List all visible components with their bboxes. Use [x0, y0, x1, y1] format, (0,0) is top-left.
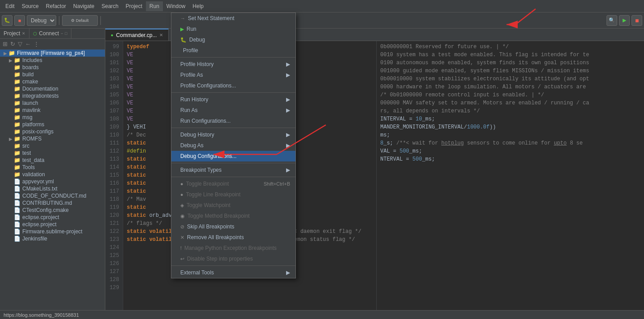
menu-profile-as[interactable]: Profile As ▶	[171, 70, 295, 80]
menu-source[interactable]: Source	[18, 1, 42, 11]
tree-item-test-data[interactable]: ▶ 📁 test_data	[0, 157, 105, 164]
menu-toggle-breakpoint[interactable]: ● Toggle Breakpoint Shift+Ctrl+B	[171, 178, 295, 189]
project-tree: ▶ 📁 Firmware [Firmware sg_px4] ▶ 📁 Inclu…	[0, 50, 105, 319]
menu-run-configurations[interactable]: Run Configurations...	[171, 116, 295, 126]
menu-skip-all-breakpoints[interactable]: ⊘ Skip All Breakpoints	[171, 221, 295, 232]
menu-debug-configurations[interactable]: Debug Configurations...	[171, 151, 295, 162]
tree-item-platforms[interactable]: ▶ 📁 platforms	[0, 121, 105, 128]
tree-item-romfs[interactable]: ▶ 📁 ROMFS	[0, 135, 105, 142]
tree-item-src[interactable]: ▶ 📁 src	[0, 142, 105, 149]
tree-item-appveyor[interactable]: ▶ 📄 appveyor.yml	[0, 178, 105, 185]
tree-item-validation[interactable]: ▶ 📁 validation	[0, 171, 105, 178]
submenu-arrow-icon: ▶	[286, 61, 290, 67]
tree-item-posix-configs[interactable]: ▶ 📁 posix-configs	[0, 128, 105, 135]
folder-icon: 📁	[14, 79, 21, 85]
menu-toggle-line-breakpoint[interactable]: ● Toggle Line Breakpoint	[171, 189, 295, 200]
breakpoint-dot-icon: ●	[180, 181, 183, 186]
menu-run-item[interactable]: ▶ Run	[171, 24, 295, 34]
tree-item-label: build	[22, 71, 33, 78]
menu-set-next-statement[interactable]: → Set Next Statement	[171, 13, 295, 24]
sync-btn[interactable]: ↻	[9, 40, 16, 48]
menu-run[interactable]: Run	[146, 1, 163, 11]
tree-item-cmakelists[interactable]: ▶ 📄 CMakeLists.txt	[0, 185, 105, 192]
step-icon: ↩	[180, 256, 184, 262]
tree-item-code-of-conduct[interactable]: ▶ 📄 CODE_OF_CONDUCT.md	[0, 192, 105, 199]
toolbar-stop2-btn[interactable]: ⏹	[632, 15, 642, 26]
tree-item-documentation[interactable]: ▶ 📁 Documentation	[0, 85, 105, 92]
connect-tab-label: Connect	[39, 30, 59, 37]
connect-tab[interactable]: ⬡ Connect − □	[29, 29, 71, 38]
tree-item-boards[interactable]: ▶ 📁 boards	[0, 64, 105, 71]
tree-item-msg[interactable]: ▶ 📁 msg	[0, 114, 105, 121]
tree-item-includes[interactable]: ▶ 📁 Includes	[0, 57, 105, 64]
menu-navigate[interactable]: Navigate	[70, 1, 98, 11]
file-icon: 📄	[14, 186, 21, 192]
collapse-all-btn[interactable]: ⊞	[2, 40, 8, 48]
back-btn[interactable]: ←	[24, 40, 32, 48]
folder-icon: 📁	[14, 100, 21, 106]
file-icon: 📄	[14, 193, 21, 199]
more-btn[interactable]: ⋮	[33, 40, 40, 48]
menu-debug-history[interactable]: Debug History ▶	[171, 129, 295, 140]
tree-item-test[interactable]: ▶ 📁 test	[0, 149, 105, 157]
menu-sep-4	[171, 163, 295, 163]
menu-refactor[interactable]: Refactor	[42, 1, 70, 11]
menu-profile-configurations[interactable]: Profile Configurations...	[171, 80, 295, 91]
menu-toggle-watchpoint[interactable]: ◈ Toggle Watchpoint	[171, 200, 295, 211]
menu-remove-all-breakpoints[interactable]: ✕ Remove All Breakpoints	[171, 232, 295, 243]
menu-external-tools[interactable]: External Tools ▶	[171, 267, 295, 278]
connect-maximize-icon[interactable]: □	[65, 31, 67, 36]
menu-run-as[interactable]: Run As ▶	[171, 105, 295, 116]
menu-debug-as[interactable]: Debug As ▶	[171, 140, 295, 151]
tree-item-cmake[interactable]: ▶ 📁 cmake	[0, 78, 105, 85]
folder-icon: 📁	[14, 171, 21, 178]
menu-project[interactable]: Project	[122, 1, 145, 11]
tree-item-ctestconfig[interactable]: ▶ 📄 CTestConfig.cmake	[0, 207, 105, 214]
filter-btn[interactable]: ▽	[17, 40, 23, 48]
folder-icon: 📁	[14, 93, 21, 99]
editor-tab-commander[interactable]: ● Commander.cp... ✕	[105, 29, 169, 41]
tree-item-firmware[interactable]: ▶ 📁 Firmware [Firmware sg_px4]	[0, 50, 105, 57]
tree-item-firmware-sublime[interactable]: ▶ 📄 Firmware.sublime-project	[0, 228, 105, 235]
toolbar-default-btn[interactable]: ⚙ Default	[62, 15, 98, 26]
folder-icon: 📁	[14, 114, 21, 120]
tree-item-label: Jenkinsfile	[22, 236, 47, 242]
tree-item-eclipse-project[interactable]: ▶ 📄 eclipse.project	[0, 221, 105, 228]
menu-profile-history[interactable]: Profile History ▶	[171, 59, 295, 70]
menu-toggle-method-breakpoint[interactable]: ◉ Toggle Method Breakpoint	[171, 211, 295, 221]
tree-item-launch[interactable]: ▶ 📁 launch	[0, 99, 105, 107]
tree-item-contributing[interactable]: ▶ 📄 CONTRIBUTING.md	[0, 199, 105, 207]
tree-item-eclipse-cproject[interactable]: ▶ 📄 eclipse.cproject	[0, 214, 105, 221]
menu-help[interactable]: Help	[189, 1, 208, 11]
toolbar-run-green-btn[interactable]: ▶	[619, 15, 630, 26]
tree-item-label: eclipse.cproject	[22, 214, 59, 220]
menu-search[interactable]: Search	[98, 1, 122, 11]
exception-icon: !	[180, 245, 182, 251]
connect-minimize-icon[interactable]: −	[61, 31, 63, 36]
debug-config-select[interactable]: Debug	[27, 15, 56, 26]
menu-profile-item[interactable]: Profile	[171, 45, 295, 56]
menu-debug-item[interactable]: 🐛 Debug	[171, 34, 295, 45]
menu-run-history[interactable]: Run History ▶	[171, 94, 295, 105]
project-close-icon[interactable]: ✕	[22, 31, 25, 36]
toolbar-search-btn[interactable]: 🔍	[607, 15, 617, 26]
menu-manage-python-exceptions[interactable]: ! Manage Python Exception Breakpoints	[171, 243, 295, 253]
line-numbers: 99100101102103 104105106107108 109110111…	[105, 41, 123, 319]
editor-tab-close[interactable]: ✕	[159, 33, 163, 37]
toolbar-stop-btn[interactable]: ■	[14, 15, 25, 26]
tree-item-build[interactable]: ▶ 📁 build	[0, 71, 105, 78]
menu-disable-step-into[interactable]: ↩ Disable Step into properties	[171, 253, 295, 264]
tree-item-tools[interactable]: ▶ 📁 Tools	[0, 164, 105, 171]
tree-item-integrationtests[interactable]: ▶ 📁 integrationtests	[0, 92, 105, 99]
project-tab[interactable]: Project ✕	[0, 29, 29, 38]
tree-item-label: posix-configs	[22, 128, 54, 135]
toolbar-bug-btn[interactable]: 🐛	[2, 15, 12, 26]
menu-edit[interactable]: Edit	[2, 1, 18, 11]
menu-breakpoint-types[interactable]: Breakpoint Types ▶	[171, 165, 295, 175]
file-icon: 📄	[14, 178, 21, 185]
menu-window[interactable]: Window	[163, 1, 189, 11]
file-icon: 📄	[14, 214, 21, 220]
skip-icon: ⊘	[180, 224, 184, 230]
tree-item-jenkinsfile[interactable]: ▶ 📄 Jenkinsfile	[0, 235, 105, 242]
tree-item-mavlink[interactable]: ▶ 📁 mavlink	[0, 107, 105, 114]
